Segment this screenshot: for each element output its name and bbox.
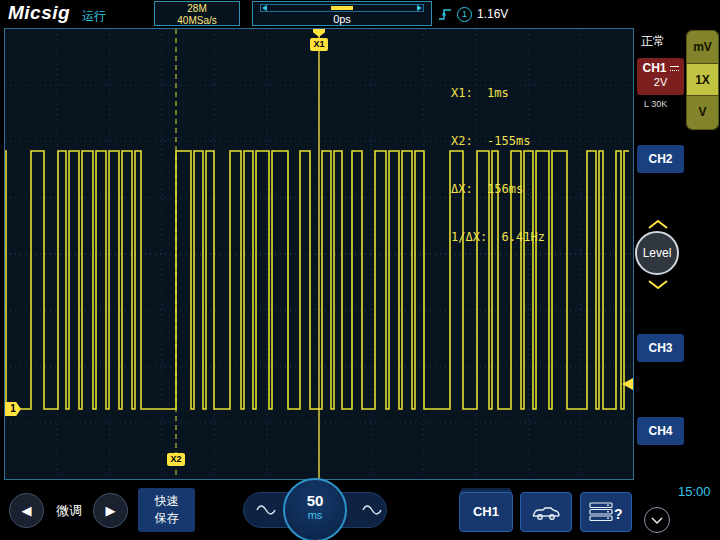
auto-mode-button[interactable] (520, 492, 572, 532)
channel-select-button[interactable]: CH1 (459, 492, 513, 532)
timebase-knob[interactable]: 50 ms (283, 478, 347, 540)
collapse-button[interactable] (644, 507, 670, 533)
svg-text:?: ? (614, 506, 623, 522)
cursor-readout-line: ΔX: 156ms (451, 181, 545, 197)
prev-button[interactable]: ◀ (9, 493, 44, 528)
acquisition-info[interactable]: 28M 40MSa/s (154, 1, 240, 26)
x1-cursor-flag[interactable]: X1 (310, 38, 328, 51)
scale-v-button[interactable]: V (687, 96, 718, 129)
level-down-icon[interactable] (647, 280, 669, 289)
chevron-down-icon (651, 517, 663, 524)
fine-tune-label: 微调 (47, 502, 91, 520)
trigger-level-value: 1.16V (477, 7, 508, 21)
cursor-readout-line: X2: -155ms (451, 133, 545, 149)
brand-logo: Micsig (8, 2, 70, 24)
ch1-bandwidth-label: L 30K (644, 99, 667, 109)
probe-1x-button[interactable]: 1X (687, 64, 718, 97)
slider-window-handle[interactable] (331, 6, 353, 10)
level-up-icon[interactable] (647, 220, 669, 229)
ch4-button[interactable]: CH4 (637, 417, 684, 445)
slider-track[interactable] (260, 4, 424, 12)
trigger-source-badge: 1 (457, 7, 472, 22)
trigger-position-slider[interactable]: 0ps (252, 1, 432, 26)
memory-depth: 28M (155, 3, 239, 15)
bottom-bar: ◀ 微调 ▶ 快速 保存 50 ms CH1 (0, 480, 720, 540)
ch1-button[interactable]: CH1 2V (637, 58, 684, 95)
trigger-level-arrow[interactable] (622, 378, 633, 390)
dc-coupling-icon (670, 64, 679, 73)
cursor-readout-line: 1/ΔX: 6.41Hz (451, 229, 545, 245)
sine-wave-icon (362, 504, 382, 516)
cursor-readout-line: X1: 1ms (451, 85, 545, 101)
ch3-button[interactable]: CH3 (637, 334, 684, 362)
waveform-display[interactable]: X1: 1ms X2: -155ms ΔX: 156ms 1/ΔX: 6.41H… (4, 28, 634, 480)
vertical-scale-selector: mV 1X V (686, 30, 719, 130)
next-icon: ▶ (106, 503, 116, 518)
cursor-readout: X1: 1ms X2: -155ms ΔX: 156ms 1/ΔX: 6.41H… (451, 53, 545, 277)
next-button[interactable]: ▶ (93, 493, 128, 528)
slider-left-arrow-icon[interactable] (262, 5, 267, 11)
sample-rate: 40MSa/s (155, 15, 239, 27)
car-icon (531, 504, 561, 521)
slider-right-arrow-icon[interactable] (417, 5, 422, 11)
timebase-unit: ms (285, 509, 345, 522)
timebase-value: 50 (285, 492, 345, 509)
top-bar: Micsig 运行 28M 40MSa/s 0ps 1 1.16V (0, 0, 720, 28)
clock: 15:00 (678, 484, 711, 499)
storage-help-button[interactable]: ? (580, 492, 632, 532)
trigger-mode-label: 正常 (641, 33, 665, 50)
trigger-info[interactable]: 1 1.16V (438, 5, 508, 23)
trigger-position-value: 0ps (253, 13, 431, 25)
prev-icon: ◀ (22, 503, 32, 518)
quick-save-button[interactable]: 快速 保存 (138, 488, 195, 532)
x2-cursor-flag[interactable]: X2 (167, 453, 185, 466)
ch2-button[interactable]: CH2 (637, 145, 684, 173)
rising-edge-icon (438, 7, 452, 22)
ch1-scale-value: 2V (637, 75, 684, 90)
level-knob[interactable]: Level (635, 231, 679, 275)
ch1-label: CH1 (642, 61, 666, 75)
run-status: 运行 (82, 8, 106, 25)
oscilloscope-app: Micsig 运行 28M 40MSa/s 0ps 1 1.16V X1: (0, 0, 720, 540)
storage-question-icon: ? (589, 502, 623, 522)
sine-wave-icon (256, 504, 276, 516)
right-sidebar: 正常 CH1 2V L 30K mV 1X V CH2 Level CH3 CH… (634, 28, 720, 480)
scale-mv-button[interactable]: mV (687, 31, 718, 64)
